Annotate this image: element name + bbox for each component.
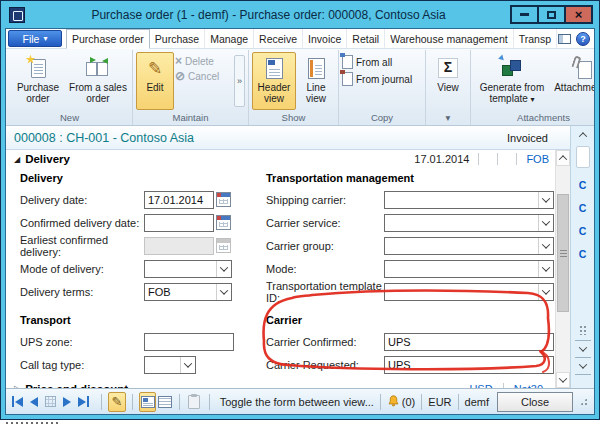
company-indicator[interactable]: demf bbox=[465, 396, 489, 408]
ribbon-group-view-label: ▾ bbox=[428, 112, 468, 125]
app-window: Purchase order (1 - demf) - Purchase ord… bbox=[0, 0, 600, 420]
mode-of-delivery-combo[interactable] bbox=[144, 260, 232, 278]
tab-warehouse-management[interactable]: Warehouse management bbox=[385, 29, 514, 48]
divider bbox=[132, 394, 133, 410]
close-button[interactable]: × bbox=[564, 5, 593, 24]
record-navigation bbox=[12, 396, 89, 407]
delete-button[interactable]: × Delete bbox=[175, 55, 233, 67]
from-journal-button[interactable]: From journal bbox=[342, 72, 422, 86]
resize-grip[interactable] bbox=[579, 397, 588, 406]
ribbon-group-view: Σ View ▾ bbox=[426, 50, 471, 125]
chevron-down-icon[interactable] bbox=[538, 261, 553, 277]
factbox-collapsed-item[interactable]: C bbox=[579, 179, 587, 191]
chevron-up-icon[interactable] bbox=[578, 132, 586, 140]
edit-mode-button[interactable]: ✎ bbox=[108, 392, 127, 412]
line-view-icon bbox=[308, 55, 325, 81]
form-scrollbar[interactable] bbox=[555, 150, 570, 388]
carrier-requested-input[interactable] bbox=[384, 356, 554, 374]
status-bar: ✎ Toggle the form between view... (0) EU… bbox=[6, 388, 594, 414]
chevron-down-icon[interactable] bbox=[216, 261, 231, 277]
call-tag-type-combo[interactable] bbox=[144, 356, 196, 374]
factbox-collapsed-item[interactable]: C bbox=[579, 225, 587, 237]
maximize-button[interactable] bbox=[537, 5, 566, 24]
form-view-button[interactable] bbox=[139, 392, 156, 412]
main-column: 000008 : CH-001 - Contoso Asia Invoiced … bbox=[6, 126, 570, 388]
generate-from-template-button[interactable]: Generate from template ▾ bbox=[474, 52, 550, 110]
chevron-down-icon[interactable] bbox=[538, 192, 553, 208]
line-view-button[interactable]: Line view bbox=[297, 52, 335, 110]
shipping-carrier-combo[interactable] bbox=[384, 191, 554, 209]
grid-view-icon[interactable] bbox=[45, 396, 56, 407]
ribbon-group-maintain: ✎ Edit × Delete ⊘ Cancel bbox=[133, 50, 249, 125]
purchase-order-button[interactable]: Purchase order bbox=[10, 52, 66, 110]
factbox-collapsed-item[interactable]: C bbox=[579, 202, 587, 214]
from-all-button[interactable]: From all bbox=[342, 55, 422, 69]
tab-manage[interactable]: Manage bbox=[205, 29, 254, 48]
chevron-down-icon[interactable] bbox=[538, 238, 553, 254]
factbox-collapsed-item[interactable]: C bbox=[579, 248, 587, 260]
file-menu-button[interactable]: File ▾ bbox=[8, 30, 62, 47]
factbox-scroll-thumb[interactable] bbox=[576, 146, 590, 168]
chevron-down-icon[interactable] bbox=[180, 357, 195, 373]
transportation-template-id-combo[interactable] bbox=[384, 283, 554, 301]
carrier-service-combo[interactable] bbox=[384, 214, 554, 232]
view-button[interactable]: Σ View bbox=[429, 52, 467, 110]
scrollbar-track[interactable] bbox=[556, 166, 570, 372]
client-area: File ▾ Purchase order Purchase Manage Re… bbox=[5, 28, 595, 415]
currency-indicator[interactable]: EUR bbox=[428, 396, 451, 408]
first-record-button[interactable] bbox=[12, 396, 23, 407]
chevron-down-icon[interactable] bbox=[538, 284, 553, 300]
carrier-group-combo[interactable] bbox=[384, 237, 554, 255]
delivery-terms-combo[interactable]: FOB bbox=[144, 283, 232, 301]
previous-record-button[interactable] bbox=[30, 397, 38, 407]
tab-retail[interactable]: Retail bbox=[347, 29, 385, 48]
ribbon-group-maintain-label: Maintain bbox=[135, 112, 246, 125]
app-icon bbox=[9, 7, 25, 23]
tab-purchase[interactable]: Purchase bbox=[150, 29, 205, 48]
last-record-button[interactable] bbox=[78, 396, 89, 407]
chevron-down-icon[interactable] bbox=[578, 360, 586, 368]
attachments-button[interactable]: Attachments bbox=[551, 52, 595, 110]
confirmed-delivery-date-input[interactable] bbox=[144, 214, 214, 232]
calendar-icon[interactable] bbox=[216, 192, 231, 207]
field-label: Shipping carrier: bbox=[266, 194, 384, 206]
scroll-down-button[interactable] bbox=[556, 372, 570, 388]
tab-purchase-order[interactable]: Purchase order bbox=[66, 29, 150, 49]
title-bar[interactable]: Purchase order (1 - demf) - Purchase ord… bbox=[5, 1, 595, 28]
right-column: Transportation management Shipping carri… bbox=[266, 170, 555, 379]
file-label: File bbox=[23, 33, 40, 45]
tab-receive[interactable]: Receive bbox=[254, 29, 303, 48]
price-and-discount-section[interactable]: ▷ Price and discount USD Net30 bbox=[12, 379, 555, 388]
chevron-down-icon[interactable] bbox=[578, 343, 586, 351]
next-record-button[interactable] bbox=[63, 397, 71, 407]
tab-transportation[interactable]: Transp bbox=[514, 29, 557, 48]
from-sales-order-button[interactable]: From a sales order bbox=[67, 52, 129, 110]
delivery-date-input[interactable] bbox=[144, 191, 214, 209]
field-label: UPS zone: bbox=[20, 336, 144, 348]
delivery-section-header[interactable]: ◢ Delivery 17.01.2014 FOB bbox=[12, 152, 555, 167]
minimize-button[interactable] bbox=[510, 5, 539, 24]
drag-handle-icon[interactable] bbox=[579, 325, 587, 335]
calendar-icon[interactable] bbox=[216, 215, 231, 230]
generate-from-template-label: Generate from template ▾ bbox=[475, 82, 549, 105]
mode-combo[interactable] bbox=[384, 260, 554, 278]
carrier-confirmed-input[interactable] bbox=[384, 333, 554, 351]
notifications-button[interactable]: (0) bbox=[387, 395, 415, 408]
edit-button[interactable]: ✎ Edit bbox=[136, 52, 174, 110]
chevron-down-icon[interactable] bbox=[538, 215, 553, 231]
header-view-button[interactable]: Header view bbox=[252, 52, 296, 110]
scroll-up-button[interactable] bbox=[556, 150, 570, 166]
grid-view-button[interactable] bbox=[156, 392, 173, 412]
tab-invoice[interactable]: Invoice bbox=[303, 29, 347, 48]
scrollbar-thumb[interactable] bbox=[557, 194, 569, 312]
maintain-overflow-button[interactable]: » bbox=[234, 55, 245, 107]
field-row: Carrier service: bbox=[266, 214, 555, 232]
chevron-down-icon[interactable] bbox=[216, 284, 231, 300]
cancel-button[interactable]: ⊘ Cancel bbox=[175, 70, 233, 82]
help-icon[interactable]: ? bbox=[576, 32, 590, 46]
minimize-ribbon-icon[interactable] bbox=[558, 34, 571, 44]
desktop-edge bbox=[0, 420, 600, 426]
close-form-button[interactable]: Close bbox=[497, 392, 573, 412]
paste-button[interactable] bbox=[186, 392, 203, 412]
ups-zone-input[interactable] bbox=[144, 333, 234, 351]
